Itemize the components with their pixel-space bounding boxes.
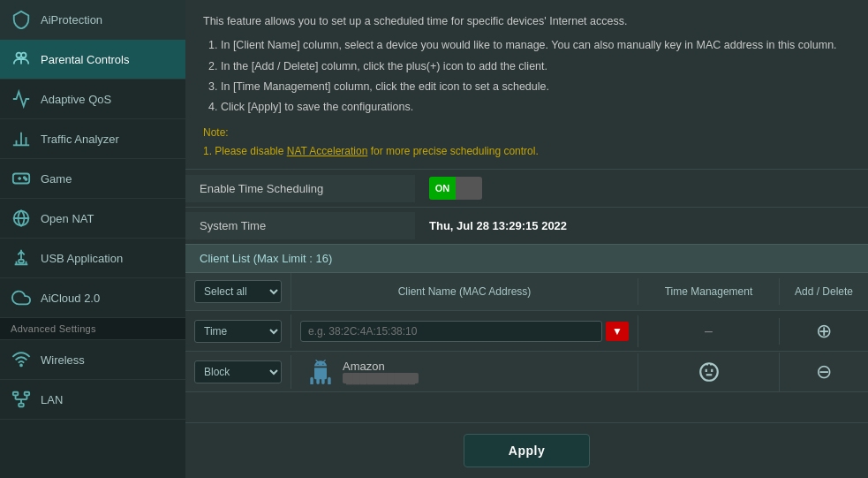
game-icon: [11, 168, 32, 189]
device-cell: Amazon ██████████: [300, 359, 629, 385]
advanced-settings-header: Advanced Settings: [0, 318, 185, 340]
device-name: Amazon: [343, 360, 385, 373]
row1-add-cell: ⊕: [780, 312, 868, 351]
row1-time-cell: –: [638, 318, 780, 345]
add-client-button[interactable]: ⊕: [810, 317, 838, 345]
nat-icon: [11, 208, 32, 229]
android-icon: [307, 359, 334, 385]
th-time-management: Time Management: [638, 278, 780, 305]
lan-icon: [11, 389, 32, 410]
th-client: Client Name (MAC Address): [291, 278, 638, 305]
cloud-icon: [11, 287, 32, 308]
sidebar-item-label: AiCloud 2.0: [41, 292, 100, 305]
svg-point-11: [26, 178, 27, 180]
th-select: Select all: [185, 273, 291, 310]
svg-point-17: [20, 365, 22, 367]
svg-rect-20: [25, 392, 29, 396]
nat-acceleration-link[interactable]: NAT Acceleration: [287, 145, 368, 157]
sidebar-item-label: Open NAT: [41, 212, 94, 225]
row1-select-cell: Time Block: [185, 315, 291, 348]
sidebar-item-traffic-analyzer[interactable]: Traffic Analyzer: [0, 119, 185, 159]
device-mac: ██████████: [343, 373, 419, 383]
sidebar-item-label: Traffic Analyzer: [41, 133, 119, 146]
description-text: This feature allows you to set up a sche…: [203, 12, 850, 31]
instruction-2: In the [Add / Delete] column, click the …: [221, 57, 850, 76]
chart-icon: [11, 128, 32, 149]
system-time-row: System Time Thu, Jul 28 13:29:15 2022: [185, 207, 868, 244]
instruction-4: Click [Apply] to save the configurations…: [221, 98, 850, 117]
sidebar-item-open-nat[interactable]: Open NAT: [0, 199, 185, 239]
shield-icon: [11, 9, 32, 30]
main-content: This feature allows you to set up a sche…: [185, 0, 868, 478]
parental-icon: [11, 49, 32, 70]
table-header: Select all Client Name (MAC Address) Tim…: [185, 273, 868, 311]
edit-time-button[interactable]: [695, 358, 723, 386]
enable-scheduling-value: ON: [415, 170, 868, 207]
row1-client-cell: ▼: [291, 315, 638, 347]
remove-client-button[interactable]: ⊖: [810, 358, 838, 386]
sidebar-item-adaptive-qos[interactable]: Adaptive QoS: [0, 80, 185, 119]
toggle-container: ON: [429, 177, 854, 200]
sidebar-item-label: Game: [41, 172, 72, 186]
mac-dropdown-button[interactable]: ▼: [606, 322, 629, 341]
info-panel: This feature allows you to set up a sche…: [185, 0, 868, 169]
mac-address-input[interactable]: [300, 321, 602, 342]
time-scheduling-toggle[interactable]: ON: [429, 177, 482, 200]
system-time-label: System Time: [185, 212, 415, 239]
table-row: Time Block ▼ – ⊕: [185, 311, 868, 352]
system-time-display: Thu, Jul 28 13:29:15 2022: [429, 219, 567, 232]
sidebar-item-label: Adaptive QoS: [41, 93, 111, 106]
enable-scheduling-label: Enable Time Scheduling: [185, 175, 415, 202]
form-section: Enable Time Scheduling ON System Time Th…: [185, 169, 868, 244]
select-all-dropdown[interactable]: Select all: [194, 280, 282, 303]
row2-time-cell: [638, 353, 780, 391]
row1-type-select[interactable]: Time Block: [194, 320, 282, 343]
toggle-on-label: ON: [429, 177, 456, 200]
device-info: Amazon ██████████: [343, 360, 419, 383]
row2-select-cell: Block Time: [185, 355, 291, 389]
instruction-1: In [Client Name] column, select a device…: [221, 36, 850, 55]
sidebar-item-label: AiProtection: [41, 13, 102, 27]
row2-type-select[interactable]: Block Time: [194, 360, 282, 383]
wifi-icon: [11, 349, 32, 370]
svg-rect-19: [19, 404, 24, 407]
enable-scheduling-row: Enable Time Scheduling ON: [185, 169, 868, 207]
svg-point-1: [21, 53, 26, 57]
apply-section: Apply: [185, 422, 868, 478]
sidebar-item-aicloud[interactable]: AiCloud 2.0: [0, 278, 185, 318]
note-label: Note:: [203, 126, 229, 139]
toggle-off-area: [456, 177, 482, 200]
th-add-delete: Add / Delete: [780, 278, 868, 305]
row2-client-cell: Amazon ██████████: [291, 353, 638, 391]
table-row: Block Time Amazon ██████████: [185, 352, 868, 392]
sidebar: AiProtection Parental Controls Adaptive …: [0, 0, 185, 478]
svg-point-25: [700, 363, 718, 381]
sidebar-item-usb-application[interactable]: USB Application: [0, 239, 185, 278]
sidebar-item-label: Wireless: [41, 353, 85, 367]
sidebar-item-game[interactable]: Game: [0, 159, 185, 199]
apply-button[interactable]: Apply: [464, 434, 590, 467]
sidebar-item-label: USB Application: [41, 252, 123, 265]
svg-rect-18: [13, 392, 19, 396]
instruction-3: In [Time Management] column, click the e…: [221, 78, 850, 96]
usb-icon: [11, 247, 32, 269]
sidebar-item-aiprotection[interactable]: AiProtection: [0, 0, 185, 40]
sidebar-item-wireless[interactable]: Wireless: [0, 340, 185, 380]
sidebar-item-label: Parental Controls: [41, 53, 129, 66]
client-list-header: Client List (Max Limit : 16): [185, 244, 868, 273]
sidebar-item-lan[interactable]: LAN: [0, 380, 185, 420]
note-text: 1. Please disable NAT Acceleration for m…: [203, 145, 539, 157]
svg-rect-13: [19, 260, 24, 263]
row1-time-dash: –: [705, 323, 713, 339]
instructions-list: In [Client Name] column, select a device…: [203, 36, 850, 117]
system-time-value: Thu, Jul 28 13:29:15 2022: [415, 212, 868, 239]
sidebar-item-label: LAN: [41, 393, 63, 406]
sidebar-item-parental-controls[interactable]: Parental Controls: [0, 40, 185, 80]
mac-input-container: ▼: [300, 321, 629, 342]
note-section: Note: 1. Please disable NAT Acceleration…: [203, 124, 850, 160]
qos-icon: [11, 88, 32, 110]
row2-delete-cell: ⊖: [780, 353, 868, 391]
